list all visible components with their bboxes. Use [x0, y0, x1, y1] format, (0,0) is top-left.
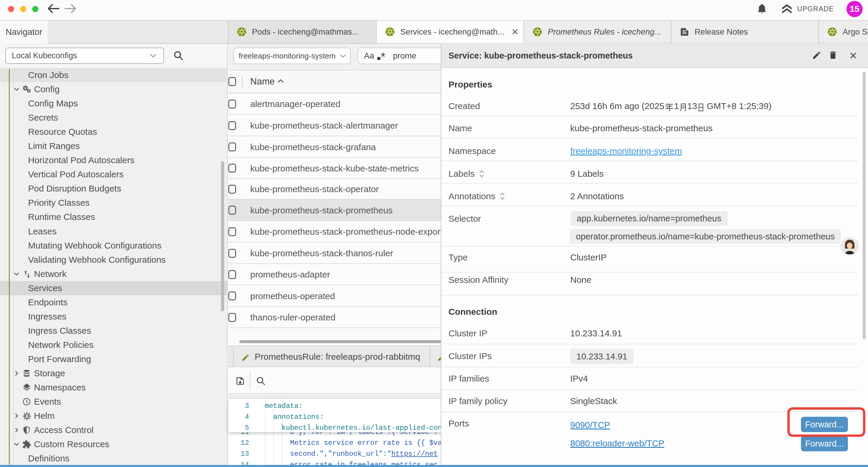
- svg-text:HELM: HELM: [24, 415, 30, 417]
